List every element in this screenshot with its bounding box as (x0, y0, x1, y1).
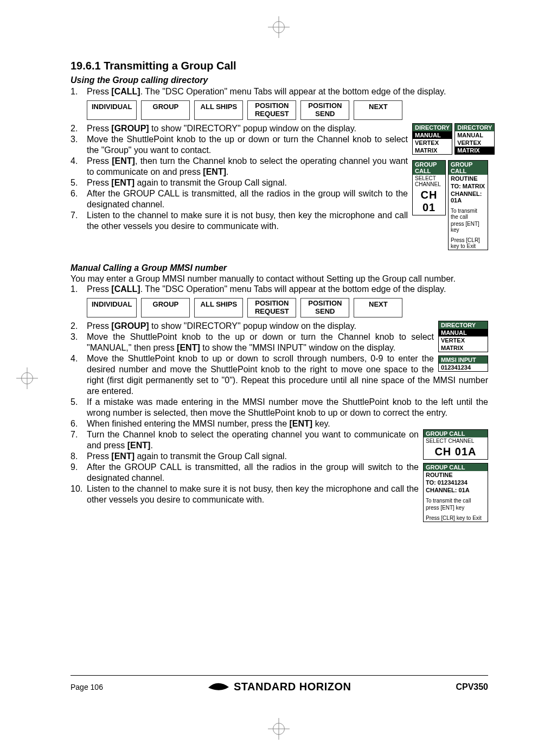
step-1-5: Press [ENT] again to transmit the Group … (71, 177, 488, 188)
step-2-5: If a mistake was made entering in the MM… (71, 397, 488, 418)
step-2-8: Press [ENT] again to transmit the Group … (71, 451, 488, 462)
clr-exit-1: Press [CLR] key to Exit (449, 237, 488, 250)
registration-mark-top (268, 16, 290, 38)
tab-row-2: INDIVIDUAL GROUP ALL SHIPS POSITIONREQUE… (87, 298, 488, 317)
tab-individual-2: INDIVIDUAL (87, 298, 137, 317)
tab-group-2: GROUP (141, 298, 190, 317)
step-2-4: Move the ShuttlePoint knob to up or down… (71, 353, 488, 397)
tab-group: GROUP (141, 100, 190, 120)
step-1-7: Listen to the channel to make sure it is… (71, 210, 488, 232)
tab-next-2: NEXT (354, 298, 402, 317)
registration-mark-bottom (268, 718, 290, 740)
registration-mark-left (16, 367, 38, 389)
section-heading: 19.6.1 Transmitting a Group Call (71, 60, 488, 72)
step-2-6: When finished entering the MMSI number, … (71, 418, 488, 429)
page-number: Page 106 (71, 683, 103, 691)
step-2-2: Press [GROUP] to show "DIRECTORY" popup … (71, 321, 488, 332)
model-number: CPV350 (456, 682, 488, 692)
step-1-2: Press [GROUP] to show "DIRECTORY" popup … (71, 123, 488, 134)
tab-individual: INDIVIDUAL (87, 100, 137, 120)
step-1-3: Move the ShuttlePoint knob to the up or … (71, 134, 488, 156)
tab-position-request: POSITIONREQUEST (247, 100, 296, 120)
tab-all-ships-2: ALL SHIPS (194, 298, 243, 317)
tab-row-1: INDIVIDUAL GROUP ALL SHIPS POSITIONREQUE… (87, 100, 488, 120)
brand-text: STANDARD HORIZON (234, 681, 351, 693)
step-2-9: After the GROUP CALL is transmitted, all… (71, 462, 488, 484)
tab-position-send: POSITIONSEND (300, 100, 349, 120)
tab-all-ships: ALL SHIPS (194, 100, 243, 120)
step-1-4: Press [ENT], then turn the Channel knob … (71, 156, 488, 177)
step-2-10: Listen to the channel to make sure it is… (71, 484, 488, 505)
swoosh-icon (208, 681, 229, 693)
brand-logo: STANDARD HORIZON (208, 681, 351, 693)
part2-intro: You may enter a Group MMSI number manual… (71, 274, 488, 284)
clr-exit-2: Press [CLR] key to Exit (424, 514, 488, 522)
subheading-manual: Manual Calling a Group MMSI number (71, 263, 488, 273)
tab-next: NEXT (354, 100, 402, 120)
step-1-1: Press [CALL]. The "DSC Operation" menu T… (71, 86, 488, 97)
tab-position-send-2: POSITIONSEND (300, 298, 349, 317)
subheading-directory: Using the Group calling directory (71, 75, 488, 85)
step-1-6: After the GROUP CALL is transmitted, all… (71, 188, 488, 210)
step-2-7: Turn the Channel knob to select the oper… (71, 429, 488, 451)
tab-position-request-2: POSITIONREQUEST (247, 298, 296, 317)
step-2-3: Move the ShuttlePoint knob to the up or … (71, 332, 488, 353)
step-2-1: Press [CALL]. The "DSC Operation" menu T… (71, 284, 488, 295)
page-footer: Page 106 STANDARD HORIZON CPV350 (71, 675, 488, 695)
